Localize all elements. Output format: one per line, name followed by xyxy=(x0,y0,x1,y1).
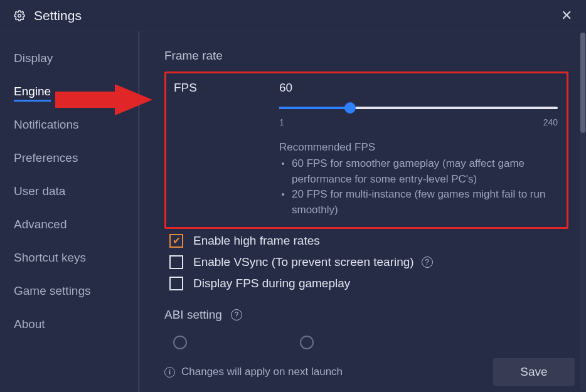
help-icon[interactable]: ? xyxy=(422,257,433,268)
sidebar-item-engine[interactable]: Engine xyxy=(14,85,51,98)
slider-fill xyxy=(279,107,350,109)
section-frame-rate: Frame rate xyxy=(164,49,568,63)
check-label: Display FPS during gameplay xyxy=(193,277,350,290)
sidebar-item-display[interactable]: Display xyxy=(14,51,53,65)
checkbox-icon xyxy=(169,255,183,269)
main-panel: Frame rate FPS 60 1 240 Recommended FPS xyxy=(139,31,586,392)
sidebar-item-shortcut[interactable]: Shortcut keys xyxy=(14,251,86,265)
content-area: Display Engine Notifications Preferences… xyxy=(0,31,586,392)
sidebar-item-notifications[interactable]: Notifications xyxy=(14,118,79,132)
check-icon: ✔ xyxy=(173,236,181,246)
sidebar-item-about[interactable]: About xyxy=(14,317,45,331)
abi-setting-title: ABI setting ? xyxy=(164,308,568,322)
sidebar-item-advanced[interactable]: Advanced xyxy=(14,218,67,231)
fps-highlight-box: FPS 60 1 240 Recommended FPS 60 FPS for … xyxy=(164,72,568,229)
scrollbar-thumb[interactable] xyxy=(580,33,585,133)
info-icon: i xyxy=(164,367,175,378)
header-bar: Settings ✕ xyxy=(0,0,586,31)
recommended-title: Recommended FPS xyxy=(279,141,558,154)
close-icon[interactable]: ✕ xyxy=(561,9,572,23)
check-display-fps[interactable]: Display FPS during gameplay xyxy=(169,277,568,290)
check-label: Enable high frame rates xyxy=(193,234,320,248)
sidebar-item-userdata[interactable]: User data xyxy=(14,184,65,198)
sidebar-item-preferences[interactable]: Preferences xyxy=(14,151,78,165)
slider-min: 1 xyxy=(279,117,284,127)
recommended-item: 60 FPS for smoother gameplay (may affect… xyxy=(292,156,558,187)
sidebar: Display Engine Notifications Preferences… xyxy=(0,31,139,392)
gear-icon xyxy=(14,10,25,21)
slider-max: 240 xyxy=(543,117,558,127)
help-icon[interactable]: ? xyxy=(231,309,242,320)
footer-info: i Changes will apply on next launch xyxy=(164,366,343,378)
slider-thumb[interactable] xyxy=(344,102,356,114)
recommended-item: 20 FPS for multi-instance (few games mig… xyxy=(292,187,558,218)
radio-option[interactable] xyxy=(173,336,187,349)
recommended-list: 60 FPS for smoother gameplay (may affect… xyxy=(279,156,558,218)
settings-title: Settings xyxy=(34,8,82,23)
footer: i Changes will apply on next launch Save xyxy=(164,353,575,386)
fps-slider[interactable]: 1 240 xyxy=(279,102,558,114)
sidebar-item-gamesettings[interactable]: Game settings xyxy=(14,284,91,298)
svg-point-0 xyxy=(18,14,21,17)
fps-value: 60 xyxy=(279,81,558,95)
save-button[interactable]: Save xyxy=(493,358,575,386)
check-vsync[interactable]: Enable VSync (To prevent screen tearing)… xyxy=(169,255,568,269)
checkbox-icon xyxy=(169,277,183,290)
check-high-frame-rates[interactable]: ✔ Enable high frame rates xyxy=(169,234,568,248)
checkbox-icon: ✔ xyxy=(169,234,183,248)
scrollbar[interactable] xyxy=(580,33,586,390)
fps-label: FPS xyxy=(174,81,279,218)
check-label: Enable VSync (To prevent screen tearing) xyxy=(193,255,414,269)
radio-option[interactable] xyxy=(300,336,314,349)
abi-radio-row xyxy=(173,336,568,349)
